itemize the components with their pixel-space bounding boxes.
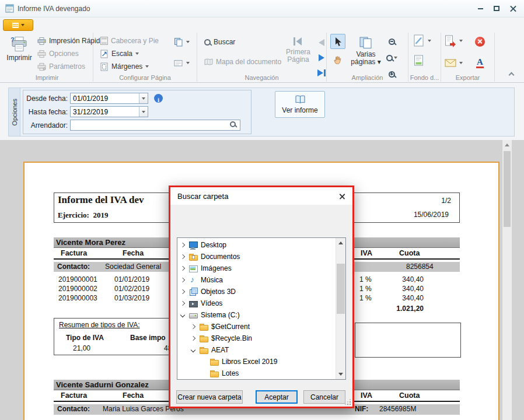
- margenes-button[interactable]: Márgenes: [100, 61, 149, 72]
- dropdown-arrow-icon: [135, 52, 139, 55]
- ribbon-group-imprimir: ? Imprimir Impresión Rápida Opciones Par…: [1, 33, 93, 82]
- chevron-right-icon[interactable]: [191, 324, 195, 329]
- chevron-right-icon[interactable]: [180, 301, 185, 306]
- resize-grip[interactable]: [345, 400, 351, 405]
- buscar-button[interactable]: Buscar: [204, 36, 235, 48]
- collapse-ribbon-button[interactable]: [505, 70, 517, 79]
- chevron-down-icon[interactable]: [180, 313, 185, 317]
- scroll-down-button[interactable]: [336, 369, 345, 379]
- arrendador-search-icon[interactable]: [230, 121, 236, 127]
- font-settings-button[interactable]: A: [476, 57, 484, 69]
- imprimir-button[interactable]: ? Imprimir: [4, 34, 35, 72]
- mail-icon: [445, 59, 456, 67]
- folder-icon: [199, 345, 208, 355]
- dialog-close-button[interactable]: [331, 187, 352, 205]
- page-orientation-icon: [174, 59, 183, 67]
- tree-item-lotes[interactable]: Lotes: [177, 368, 345, 379]
- minimize-button[interactable]: [473, 3, 488, 14]
- tree-item-aeat[interactable]: AEAT: [177, 344, 345, 356]
- preview-scrollbar[interactable]: [502, 140, 512, 420]
- chevron-right-icon[interactable]: [180, 243, 185, 247]
- page-color-button[interactable]: [414, 55, 424, 66]
- desde-fecha-dropdown-button[interactable]: [139, 93, 148, 103]
- margenes-label: Márgenes: [111, 62, 142, 71]
- info-icon[interactable]: [154, 94, 163, 103]
- imprimir-button-label: Imprimir: [6, 54, 32, 62]
- watermark-icon: [413, 34, 425, 47]
- hasta-fecha-dropdown-button[interactable]: [139, 107, 148, 117]
- tree-item-videos[interactable]: Vídeos: [177, 298, 345, 309]
- hasta-fecha-value: 31/12/2019: [73, 108, 108, 116]
- accept-button[interactable]: Aceptar: [256, 390, 298, 404]
- new-folder-button[interactable]: Crear nueva carpeta: [176, 390, 243, 404]
- hasta-fecha-row: Hasta fecha: 31/12/2019: [23, 106, 251, 118]
- escala-button[interactable]: Escala: [100, 48, 139, 60]
- tree-item-objetos3d[interactable]: Objetos 3D: [177, 286, 345, 298]
- tree-item-documentos[interactable]: Documentos: [177, 251, 345, 262]
- ribbon-group-exportar: A Exportar: [441, 33, 495, 82]
- ejercicio-line: Ejercicio: 2019: [58, 211, 108, 220]
- close-button[interactable]: [505, 3, 520, 14]
- dropdown-arrow-icon: [21, 24, 25, 26]
- send-email-button[interactable]: [445, 57, 463, 69]
- tree-scrollbar[interactable]: [336, 238, 345, 379]
- tree-item-getcurrent[interactable]: $GetCurrent: [177, 321, 345, 332]
- dropdown-arrow-icon: [145, 65, 149, 68]
- close-preview-button[interactable]: [475, 36, 485, 47]
- chevron-right-icon[interactable]: [180, 266, 185, 271]
- chevron-right-icon[interactable]: [180, 289, 185, 294]
- cancel-button[interactable]: Cancelar: [303, 390, 345, 404]
- options-tab[interactable]: Opciones: [9, 88, 20, 136]
- ver-informe-button[interactable]: Ver informe: [275, 91, 325, 118]
- drive-icon: [188, 310, 198, 320]
- chevron-right-icon[interactable]: [191, 336, 195, 341]
- tree-item-label: Sistema (C:): [201, 311, 240, 319]
- tree-item-libros-excel[interactable]: Libros Excel 2019: [177, 356, 345, 368]
- tree-item-musica[interactable]: Música: [177, 274, 345, 286]
- primera-pagina-button[interactable]: Primera Página: [282, 34, 314, 72]
- chevron-right-icon[interactable]: [180, 278, 185, 282]
- tree-item-label: Música: [201, 276, 223, 284]
- group-label-configurar: Configurar Página: [93, 74, 197, 81]
- pointer-tool-button[interactable]: [330, 34, 345, 49]
- hasta-fecha-label: Hasta fecha:: [25, 108, 68, 116]
- mapa-documento-button[interactable]: Mapa del documento: [204, 56, 281, 68]
- quick-print-icon: [37, 37, 46, 45]
- desde-fecha-row: Desde fecha: 01/01/2019: [23, 93, 251, 104]
- varias-paginas-button[interactable]: Varias páginas ▾: [350, 34, 382, 72]
- preview-scrollbar-thumb[interactable]: [504, 151, 511, 227]
- group-label-navegacion: Navegación: [197, 74, 326, 81]
- desde-fecha-label: Desde fecha:: [25, 94, 68, 103]
- options-tab-label: Opciones: [11, 99, 18, 125]
- page-setup-button[interactable]: [174, 57, 190, 69]
- cabecera-pie-button[interactable]: Cabecera y Pie: [100, 35, 159, 47]
- parametros-button[interactable]: Parámetros: [37, 61, 85, 72]
- export-document-button[interactable]: [445, 35, 463, 47]
- app-menu-button[interactable]: [3, 19, 33, 31]
- scroll-up-button[interactable]: [502, 140, 512, 150]
- tree-scrollbar-thumb[interactable]: [337, 264, 345, 314]
- header-footer-icon: [100, 37, 108, 45]
- margins-icon: [100, 62, 109, 71]
- page-layout-button[interactable]: [174, 36, 190, 48]
- dialog-title: Buscar carpeta: [177, 192, 228, 201]
- chevron-down-icon[interactable]: [191, 348, 195, 352]
- chevron-right-icon[interactable]: [180, 254, 185, 259]
- tree-item-desktop[interactable]: Desktop: [177, 239, 345, 251]
- scroll-up-button[interactable]: [336, 238, 345, 248]
- tree-item-imagenes[interactable]: Imágenes: [177, 262, 345, 274]
- zoom-out-button[interactable]: [384, 34, 399, 49]
- hasta-fecha-combobox[interactable]: 31/12/2019: [70, 106, 148, 117]
- zoom-button[interactable]: [384, 50, 399, 65]
- tree-item-label: AEAT: [211, 346, 229, 354]
- folder-icon: [209, 357, 219, 366]
- maximize-button[interactable]: [489, 3, 504, 14]
- arrendador-input[interactable]: [70, 120, 240, 131]
- opciones-button[interactable]: Opciones: [37, 48, 79, 60]
- watermark-button[interactable]: [413, 35, 431, 47]
- tree-item-sistema-c[interactable]: Sistema (C:): [177, 309, 345, 321]
- hand-tool-button[interactable]: [330, 52, 345, 68]
- tree-item-recyclebin[interactable]: $Recycle.Bin: [177, 332, 345, 344]
- svg-text:?: ?: [11, 36, 15, 43]
- desde-fecha-combobox[interactable]: 01/01/2019: [70, 93, 148, 104]
